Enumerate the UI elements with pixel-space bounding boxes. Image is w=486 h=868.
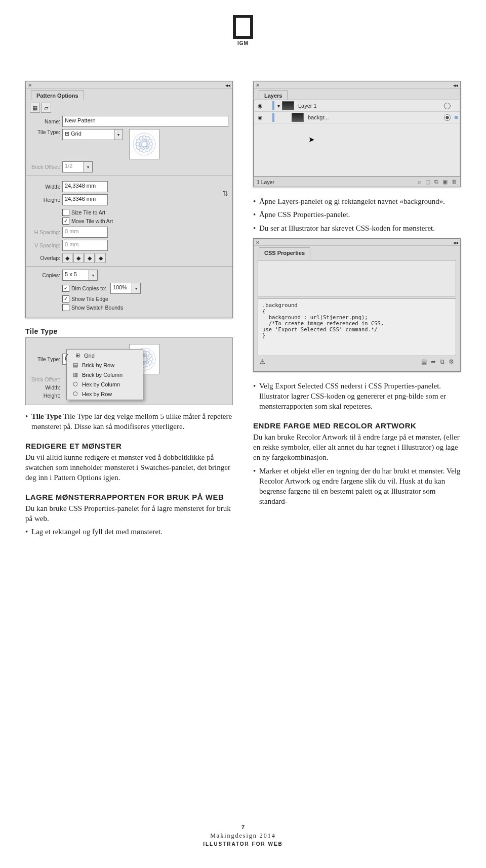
tile-type-heading: Tile Type <box>25 327 233 335</box>
svg-point-2 <box>136 136 152 152</box>
copy-icon[interactable]: ⧉ <box>440 358 444 365</box>
body-text: Du kan bruke Recolor Artwork til å endre… <box>253 432 461 463</box>
overlap-top-icon[interactable]: ◆ <box>85 253 95 263</box>
height-label: Height: <box>30 197 60 203</box>
section-heading: ENDRE FARGE MED RECOLOR ARTWORK <box>253 421 461 431</box>
new-sublayer-icon[interactable]: ⧉ <box>434 179 438 185</box>
new-layer-icon[interactable]: ▣ <box>442 179 448 185</box>
dim-copies-checkbox[interactable]: Dim Copies to: 100% ▾ <box>62 283 228 294</box>
show-swatch-bounds-checkbox[interactable]: Show Swatch Bounds <box>62 304 228 311</box>
height-input[interactable]: 24,3346 mm <box>62 194 108 205</box>
overlap-left-icon[interactable]: ◆ <box>62 253 72 263</box>
body-text: Du ser at Illustrator har skrevet CSS-ko… <box>253 223 461 233</box>
link-dimensions-icon[interactable]: ⇅ <box>222 189 228 197</box>
section-heading: REDIGERE ET MØNSTER <box>25 441 233 451</box>
brick-offset-select: 1/2 ▾ <box>62 161 93 172</box>
svg-point-3 <box>139 139 149 149</box>
hspacing-input: 0 mm <box>62 227 108 238</box>
size-tile-checkbox[interactable]: Size Tile to Art <box>62 209 228 216</box>
visibility-icon[interactable]: ◉ <box>256 103 264 109</box>
warning-icon[interactable]: ⚠ <box>260 358 265 365</box>
pattern-tool-icon[interactable]: ▱ <box>41 103 51 113</box>
name-label: Name: <box>30 118 60 124</box>
pattern-options-panel: ✕ ◂◂ Pattern Options ▦ ▱ Name: New Patte… <box>25 81 233 318</box>
layer-name[interactable]: backgr... <box>306 114 442 120</box>
settings-icon[interactable]: ⚙ <box>449 358 454 365</box>
chevron-down-icon[interactable]: ▾ <box>132 283 141 294</box>
visibility-icon[interactable]: ◉ <box>256 114 264 121</box>
share-icon[interactable]: ➦ <box>431 358 436 365</box>
layer-name[interactable]: Layer 1 <box>296 103 442 109</box>
body-text: Åpne Layers-panelet og gi rektangelet na… <box>253 196 461 206</box>
panel-title: Layers <box>259 90 288 100</box>
panel-collapse-icon[interactable]: ◂◂ <box>225 82 230 88</box>
copies-select[interactable]: 5 x 5 ▾ <box>62 270 98 281</box>
layer-thumbnail <box>282 101 294 110</box>
body-text: Du vil alltid kunne redigere et mønster … <box>25 452 233 483</box>
pattern-tool-icon[interactable]: ▦ <box>30 103 40 113</box>
layers-panel: ✕◂◂ Layers ◉ ▾ Layer 1 <box>253 81 461 187</box>
width-label: Width: <box>30 184 60 190</box>
width-label: Width: <box>30 384 60 390</box>
igm-logo: IGM <box>233 15 253 40</box>
panel-title: CSS Properties <box>259 247 310 257</box>
locate-icon[interactable]: ⌕ <box>418 179 421 185</box>
css-code-view[interactable]: .background { background : url(Stjerner.… <box>258 298 456 356</box>
expand-icon[interactable]: ▾ <box>277 103 280 109</box>
menu-item[interactable]: ▤Brick by Row <box>67 360 143 370</box>
overlap-right-icon[interactable]: ◆ <box>73 253 84 263</box>
tile-type-select[interactable]: ⊞ Grid ▾ <box>62 129 123 140</box>
menu-item[interactable]: ▥Brick by Column <box>67 370 143 379</box>
body-text: Lag et rektangel og fyll det med mønster… <box>25 527 233 537</box>
brick-offset-label: Brick Offset: <box>30 376 60 382</box>
trash-icon[interactable]: 🗑 <box>452 179 457 185</box>
section-heading: LAGRE MØNSTERRAPPORTEN FOR BRUK PÅ WEB <box>25 492 233 502</box>
panel-title: Pattern Options <box>31 90 84 100</box>
brick-offset-label: Brick Offset: <box>30 164 60 170</box>
vspacing-input: 0 mm <box>62 240 108 251</box>
layer-count: 1 Layer <box>257 179 274 185</box>
body-text: Velg Export Selected CSS nederst i CSS P… <box>253 381 461 412</box>
chevron-down-icon[interactable]: ▾ <box>114 129 123 140</box>
panel-close-icon[interactable]: ✕ <box>256 82 260 88</box>
panel-close-icon[interactable]: ✕ <box>256 240 260 245</box>
width-input[interactable]: 24,3348 mm <box>62 181 108 192</box>
css-selector-list[interactable] <box>258 260 456 296</box>
make-clip-icon[interactable]: ▢ <box>425 179 430 185</box>
chevron-down-icon[interactable]: ▾ <box>89 270 98 281</box>
target-icon[interactable] <box>444 114 451 121</box>
overlap-label: Overlap: <box>30 255 60 261</box>
body-text: Åpne CSS Properties-panelet. <box>253 209 461 220</box>
page-footer: 7 Makingdesign 2014 ILLUSTRATOR FOR WEB <box>0 823 486 848</box>
layer-thumbnail <box>292 113 304 122</box>
target-icon[interactable] <box>444 103 451 109</box>
panel-collapse-icon[interactable]: ◂◂ <box>453 82 458 88</box>
svg-point-1 <box>133 133 155 155</box>
overlap-bottom-icon[interactable]: ◆ <box>96 253 106 263</box>
selection-indicator <box>455 116 458 119</box>
menu-item[interactable]: ⬡Hex by Column <box>67 379 143 389</box>
move-tile-checkbox[interactable]: Move Tile with Art <box>62 218 228 225</box>
tile-type-label: Tile Type: <box>30 356 60 362</box>
show-tile-edge-checkbox[interactable]: Show Tile Edge <box>62 295 228 302</box>
menu-item[interactable]: ⊞Grid <box>67 351 143 360</box>
svg-rect-0 <box>234 16 252 37</box>
panel-collapse-icon[interactable]: ◂◂ <box>453 240 458 245</box>
layer-row[interactable]: ◉ ▾ Layer 1 <box>254 100 460 112</box>
tile-type-fragment: Tile Type: ⊞ Grid ▾ Brick Offset: Width:… <box>25 337 233 405</box>
export-icon[interactable]: ▤ <box>421 358 427 365</box>
dim-select[interactable]: 100% ▾ <box>110 283 141 294</box>
panel-close-icon[interactable]: ✕ <box>28 82 32 88</box>
body-text: Marker et objekt eller en tegning der du… <box>253 466 461 507</box>
name-input[interactable]: New Pattern <box>62 116 228 127</box>
body-text: Du kan bruke CSS Properties-panelet for … <box>25 503 233 524</box>
copies-label: Copies: <box>30 272 60 278</box>
cursor-icon: ➤ <box>308 135 315 144</box>
css-properties-panel: ✕◂◂ CSS Properties .background { backgro… <box>253 238 461 372</box>
height-label: Height: <box>30 393 60 399</box>
menu-item[interactable]: ⬡Hex by Row <box>67 389 143 399</box>
pattern-preview-thumbnail <box>129 129 159 159</box>
tile-type-menu[interactable]: ⊞Grid ▤Brick by Row ▥Brick by Column ⬡He… <box>66 349 143 400</box>
tile-type-label: Tile Type: <box>30 129 60 135</box>
layer-row[interactable]: ◉ backgr... <box>254 112 460 123</box>
